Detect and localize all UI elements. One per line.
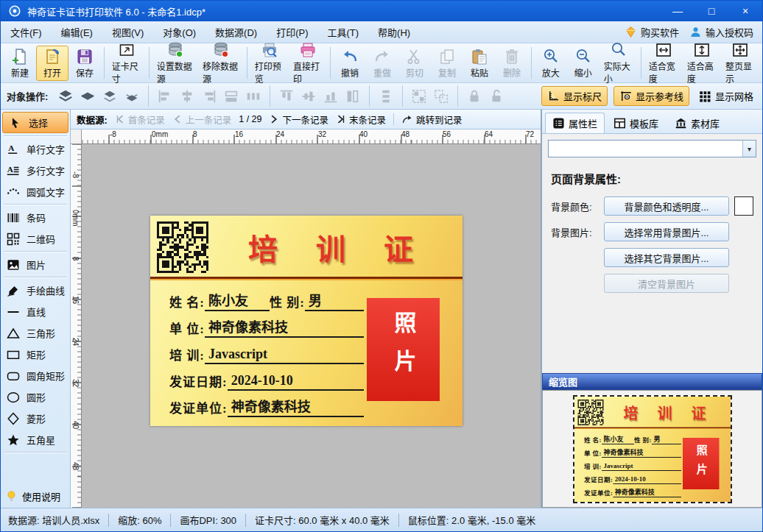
chevron-down-icon[interactable]: ▾	[742, 141, 756, 157]
fit-width-button[interactable]: 适合宽度	[644, 39, 683, 87]
ungroup-icon[interactable]	[432, 88, 450, 105]
zoom-out-button[interactable]: 缩小	[567, 46, 600, 81]
tool-rounded-rectangle[interactable]: 圆角矩形	[1, 365, 70, 386]
certificate-card[interactable]: 培 训 证 姓 名: 陈小友 性 别: 男 单 位: 神奇像素科技	[150, 216, 463, 426]
undo-button[interactable]: 撤销	[334, 46, 366, 81]
tool-line[interactable]: 直线	[1, 301, 70, 322]
bg-color-button[interactable]: 背景颜色和透明度...	[604, 196, 729, 216]
redo-button[interactable]: 重做	[366, 46, 398, 81]
tool-barcode[interactable]: 条码	[1, 207, 70, 228]
zoom-in-button[interactable]: 放大	[535, 46, 567, 81]
next-record-button[interactable]: 下一条记录	[269, 113, 328, 127]
open-button[interactable]: 打开	[36, 46, 68, 81]
tool-single-line-text[interactable]: A 单行文字	[1, 138, 70, 160]
show-guides-toggle[interactable]: 显示参考线	[613, 86, 689, 106]
unit-value[interactable]: 神奇像素科技	[205, 316, 364, 338]
bg-color-swatch[interactable]	[734, 196, 753, 216]
issue-date-value[interactable]: 2024-10-10	[228, 373, 364, 391]
tab-templates[interactable]: 模板库	[606, 113, 666, 133]
align-top-icon[interactable]	[278, 88, 295, 105]
training-value[interactable]: Javascript	[205, 347, 364, 364]
menu-edit[interactable]: 编辑(E)	[52, 21, 102, 43]
maximize-button[interactable]: □	[695, 1, 728, 21]
align-right-icon[interactable]	[200, 88, 218, 105]
direct-print-button[interactable]: 直接打印	[289, 39, 327, 87]
close-button[interactable]: ×	[728, 1, 762, 21]
fit-page-button[interactable]: 整页显示	[721, 39, 759, 87]
send-to-back-icon[interactable]	[79, 88, 96, 105]
tool-rectangle[interactable]: 矩形	[1, 344, 70, 365]
templates-icon	[613, 117, 626, 130]
align-middle-icon[interactable]	[300, 88, 317, 105]
distribute-v-icon[interactable]	[377, 88, 395, 105]
prev-record-button[interactable]: 上一条记录	[172, 113, 232, 127]
fit-height-button[interactable]: 适合高度	[683, 39, 721, 87]
tab-materials[interactable]: 素材库	[667, 113, 727, 133]
align-bottom-icon[interactable]	[322, 88, 340, 105]
print-preview-button[interactable]: 打印预览	[250, 39, 289, 87]
cut-button[interactable]: 剪切	[398, 46, 431, 81]
object-selector-combobox[interactable]: ▾	[548, 140, 756, 157]
minimize-button[interactable]: —	[661, 1, 695, 21]
bg-image-other-button[interactable]: 选择其它背景图片...	[604, 248, 729, 267]
app-icon	[8, 4, 21, 18]
show-grid-toggle[interactable]: 显示网格	[695, 87, 756, 105]
copy-button[interactable]: 复制	[431, 46, 463, 81]
bring-to-front-icon[interactable]	[57, 88, 74, 105]
equal-width-icon[interactable]	[222, 88, 240, 105]
tool-circle-label: 圆形	[27, 390, 46, 404]
tool-multi-line-text[interactable]: A 多行文字	[1, 160, 70, 181]
tool-freehand-curve[interactable]: 手绘曲线	[1, 280, 70, 301]
new-button[interactable]: 新建	[4, 46, 36, 81]
goto-record-button[interactable]: 跳转到记录	[401, 113, 463, 127]
help-button[interactable]: 使用说明	[5, 489, 60, 503]
gender-value[interactable]: 男	[305, 290, 364, 311]
issuer-value[interactable]: 神奇像素科技	[228, 396, 364, 417]
align-center-h-icon[interactable]	[178, 88, 196, 105]
equal-height-icon[interactable]	[344, 88, 362, 105]
buy-software-button[interactable]: 购买软件	[625, 25, 679, 39]
remove-datasource-button[interactable]: 移除数据源	[198, 39, 244, 87]
paste-button[interactable]: 粘贴	[463, 46, 496, 81]
actual-size-button[interactable]: 实际大小	[600, 39, 638, 87]
design-canvas[interactable]: 培 训 证 姓 名: 陈小友 性 别: 男 单 位: 神奇像素科技	[82, 144, 541, 508]
qr-code[interactable]	[157, 221, 208, 273]
save-button[interactable]: 保存	[68, 46, 101, 81]
first-record-button[interactable]: 首条记录	[115, 113, 165, 127]
circle-icon	[5, 390, 21, 405]
ruler-corner	[71, 130, 82, 144]
bg-image-common-button[interactable]: 选择常用背景图片...	[604, 222, 729, 241]
tool-star[interactable]: 五角星	[1, 429, 70, 450]
distribute-h-icon[interactable]	[245, 88, 262, 105]
tool-triangle[interactable]: 三角形	[1, 322, 70, 344]
tool-circle[interactable]: 圆形	[1, 386, 70, 408]
group-icon[interactable]	[410, 88, 428, 105]
tool-arc-text[interactable]: 圆弧文字	[1, 181, 70, 202]
grid-icon	[698, 90, 711, 103]
align-left-icon[interactable]	[156, 88, 174, 105]
tool-image[interactable]: 图片	[1, 254, 70, 275]
tool-qrcode-label: 二维码	[27, 232, 55, 246]
delete-button[interactable]: 删除	[496, 46, 528, 81]
certificate-title[interactable]: 培 训 证	[212, 216, 458, 279]
tab-properties[interactable]: 属性栏	[545, 113, 605, 133]
license-button[interactable]: 输入授权码	[689, 25, 753, 39]
last-record-button[interactable]: 末条记录	[336, 113, 386, 127]
lock-icon[interactable]	[465, 88, 483, 105]
move-layer-down-icon[interactable]	[123, 88, 141, 105]
set-datasource-button[interactable]: 设置数据源	[152, 39, 198, 87]
tool-diamond[interactable]: 菱形	[1, 408, 70, 429]
tool-select[interactable]: 选择	[2, 112, 68, 133]
thumbnail-selection[interactable]: 培 训 证 姓 名:陈小友性 别:男 单 位:神奇像素科技 培 训:Javasc…	[573, 395, 732, 503]
tool-qrcode[interactable]: 二维码	[1, 228, 70, 249]
menu-help[interactable]: 帮助(H)	[368, 21, 420, 43]
unlock-icon[interactable]	[488, 88, 505, 105]
bg-image-clear-button[interactable]: 清空背景图片	[604, 274, 729, 293]
photo-placeholder[interactable]: 照片	[367, 298, 440, 401]
move-layer-up-icon[interactable]	[101, 88, 119, 105]
card-size-button[interactable]: 证卡尺寸	[108, 39, 146, 87]
new-label: 新建	[11, 66, 29, 79]
menu-file[interactable]: 文件(F)	[1, 21, 52, 43]
show-ruler-toggle[interactable]: 显示标尺	[541, 86, 608, 106]
name-value[interactable]: 陈小友	[205, 290, 270, 311]
